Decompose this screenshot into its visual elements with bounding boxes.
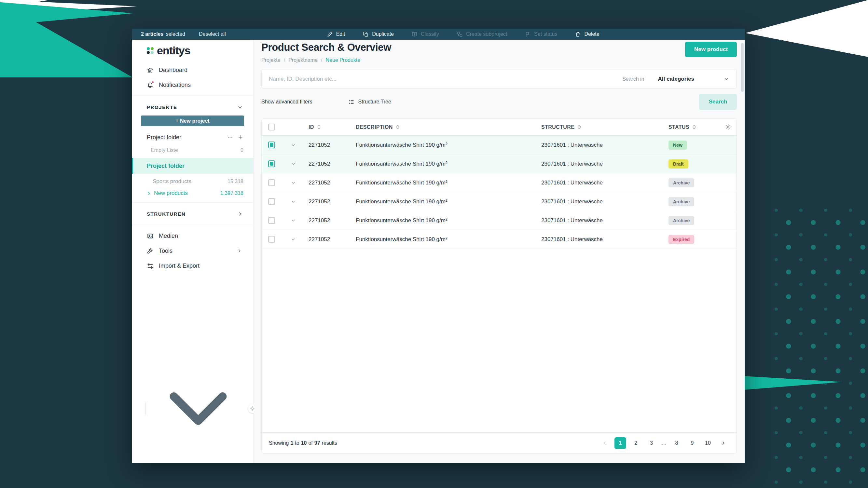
empty-list-count: 0 [241, 148, 243, 153]
show-advanced-filters[interactable]: Show advanced filters [261, 99, 312, 105]
structure-tree-toggle[interactable]: Structure Tree [348, 99, 391, 105]
prev-page-button[interactable] [599, 437, 611, 449]
page-button-8[interactable]: 8 [671, 437, 682, 449]
search-input[interactable] [269, 76, 622, 82]
sports-products-row[interactable]: Sports products 15.318 [132, 176, 253, 187]
sidebar-item-tools[interactable]: Tools [132, 243, 253, 258]
column-header-id[interactable]: ID [302, 124, 349, 130]
row-checkbox[interactable] [268, 217, 275, 224]
chevron-down-icon [291, 180, 296, 186]
breadcrumb-projektname[interactable]: Projektname [288, 57, 318, 63]
row-expand-chevron[interactable] [284, 237, 302, 242]
row-checkbox[interactable] [268, 160, 275, 167]
next-page-button[interactable] [718, 437, 730, 449]
row-expand-chevron[interactable] [284, 218, 302, 223]
selection-count-label: selected [166, 31, 185, 37]
section-strukturen[interactable]: STRUKTUREN [132, 206, 253, 222]
divider [132, 96, 253, 96]
home-icon [147, 67, 154, 73]
row-expand-chevron[interactable] [284, 180, 302, 186]
search-in-label: Search in [622, 76, 644, 82]
row-checkbox[interactable] [268, 179, 275, 186]
select-all-checkbox[interactable] [268, 124, 275, 130]
classify-label: Classify [421, 31, 439, 37]
empty-list-row[interactable]: Empty Liste 0 [132, 144, 253, 156]
strukturen-label: STRUKTUREN [147, 211, 186, 217]
edit-button[interactable]: Edit [327, 31, 345, 37]
cell-id: 2271052 [302, 217, 349, 224]
tree-list-icon [348, 99, 354, 105]
create-subproject-button[interactable]: Create subproject [457, 31, 507, 37]
more-options-icon[interactable] [227, 134, 233, 140]
plus-icon[interactable] [238, 134, 243, 140]
page-button-3[interactable]: 3 [646, 437, 657, 449]
classify-button[interactable]: Classify [411, 31, 439, 37]
table-settings-button[interactable] [720, 124, 737, 130]
filters-row: Show advanced filters Structure Tree Sea… [261, 94, 737, 110]
sidebar-item-dashboard[interactable]: Dashboard [132, 62, 253, 77]
row-expand-chevron[interactable] [284, 199, 302, 204]
chevron-down-icon [291, 199, 296, 204]
table-row[interactable]: 2271052 Funktionsunterwäsche Shirt 190 g… [262, 192, 737, 211]
status-badge: Archive [669, 197, 694, 206]
cell-description: Funktionsunterwäsche Shirt 190 g/m² [349, 180, 535, 186]
project-folder-selected-row[interactable]: Project folder [132, 158, 253, 174]
projekte-label: PROJEKTE [147, 104, 177, 110]
column-header-status[interactable]: STATUS [662, 124, 720, 130]
set-status-button[interactable]: Set status [525, 31, 557, 37]
page-button-1[interactable]: 1 [615, 437, 626, 449]
sidebar-item-import-export[interactable]: Import & Export [132, 258, 253, 273]
column-header-description[interactable]: DESCRIPTION [349, 124, 535, 130]
sort-icon [577, 124, 581, 130]
table-row[interactable]: 2271052 Funktionsunterwäsche Shirt 190 g… [262, 155, 737, 173]
table-row[interactable]: 2271052 Funktionsunterwäsche Shirt 190 g… [262, 173, 737, 192]
section-projekte[interactable]: PROJEKTE [132, 99, 253, 115]
deselect-all-button[interactable]: Deselect all [199, 31, 226, 37]
table-row[interactable]: 2271052 Funktionsunterwäsche Shirt 190 g… [262, 211, 737, 230]
table-row[interactable]: 2271052 Funktionsunterwäsche Shirt 190 g… [262, 230, 737, 249]
duplicate-button[interactable]: Duplicate [363, 31, 394, 37]
search-button[interactable]: Search [699, 94, 737, 110]
cell-description: Funktionsunterwäsche Shirt 190 g/m² [349, 161, 535, 167]
sports-products-count: 15.318 [227, 178, 243, 185]
sidebar-item-medien[interactable]: Medien [132, 228, 253, 243]
chevron-down-icon [291, 218, 296, 223]
subproject-icon [457, 31, 463, 37]
bulk-actions: Edit Duplicate Classify Create subprojec… [327, 31, 599, 37]
wrench-icon [147, 248, 154, 254]
category-select[interactable]: All categories [658, 76, 730, 82]
cell-structure: 23071601 : Unterwäsche [535, 161, 662, 167]
page-button-10[interactable]: 10 [702, 437, 714, 449]
new-products-row[interactable]: New products 1.397.318 [132, 187, 253, 199]
table-row[interactable]: 2271052 Funktionsunterwäsche Shirt 190 g… [262, 136, 737, 155]
chevron-down-icon [723, 76, 730, 82]
breadcrumb-projekte[interactable]: Projekte [261, 57, 281, 63]
column-header-structure[interactable]: STRUCTURE [535, 124, 662, 130]
page-button-9[interactable]: 9 [686, 437, 698, 449]
project-folder-row[interactable]: Project folder [132, 130, 253, 144]
results-table: ID DESCRIPTION STRUCTURE STATUS [261, 119, 737, 454]
row-checkbox[interactable] [268, 141, 275, 148]
row-checkbox[interactable] [268, 198, 275, 205]
sidebar-item-notifications[interactable]: Notifications [132, 77, 253, 92]
create-subproject-label: Create subproject [466, 31, 507, 37]
user-avatar[interactable] [146, 401, 146, 416]
scrollbar-thumb[interactable] [741, 43, 744, 92]
chevron-right-icon [721, 441, 726, 446]
chevron-down-icon[interactable] [149, 360, 247, 457]
chevron-left-icon [602, 441, 607, 446]
row-checkbox[interactable] [268, 236, 275, 243]
sort-icon [692, 124, 696, 130]
row-expand-chevron[interactable] [284, 161, 302, 167]
breadcrumb-neue-produkte[interactable]: Neue Produkte [326, 57, 360, 63]
pager: 1 2 3 ... 8 9 10 [599, 437, 730, 449]
cell-structure: 23071601 : Unterwäsche [535, 142, 662, 148]
app-logo[interactable]: entitys [132, 40, 253, 58]
new-project-button[interactable]: + New project [141, 116, 244, 126]
row-expand-chevron[interactable] [284, 142, 302, 148]
delete-button[interactable]: Delete [575, 31, 599, 37]
trash-icon [575, 31, 581, 37]
notifications-label: Notifications [159, 82, 191, 89]
new-product-button[interactable]: New product [685, 42, 737, 57]
page-button-2[interactable]: 2 [630, 437, 642, 449]
